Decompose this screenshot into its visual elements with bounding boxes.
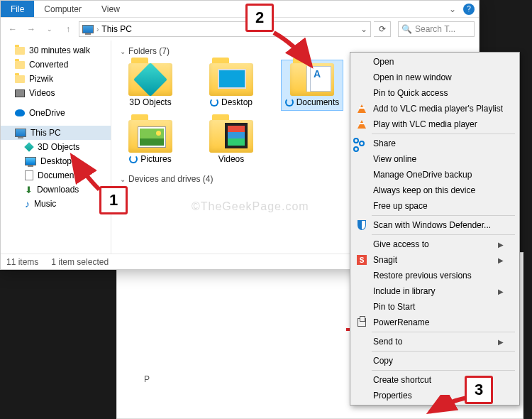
snagit-icon: S bbox=[357, 255, 367, 265]
menu-item-label: Create shortcut bbox=[373, 375, 431, 385]
menu-item-label: Snagit bbox=[373, 255, 397, 265]
callout-1: 1 bbox=[99, 186, 128, 214]
pc-icon bbox=[82, 25, 94, 33]
folder-item[interactable]: Videos bbox=[201, 117, 262, 167]
tree-this-pc[interactable]: This PC bbox=[1, 126, 111, 140]
context-menu-item[interactable]: Open in new window bbox=[352, 70, 518, 85]
context-menu-item[interactable]: Restore previous versions bbox=[352, 268, 518, 283]
help-icon[interactable]: ? bbox=[463, 4, 475, 15]
tree-item[interactable]: Converted bbox=[1, 58, 111, 72]
devices-header-text: Devices and drives (4) bbox=[128, 174, 213, 184]
folder-label: Pictures bbox=[129, 154, 171, 164]
context-menu-item[interactable]: Give access to▶ bbox=[352, 236, 518, 252]
context-menu-item[interactable]: Free up space bbox=[352, 198, 518, 214]
ribbon: File Computer View ⌄ ? bbox=[1, 1, 479, 18]
vlc-icon bbox=[358, 104, 366, 113]
menu-item-label: Add to VLC media player's Playlist bbox=[373, 104, 503, 114]
ribbon-tab-computer[interactable]: Computer bbox=[34, 1, 92, 17]
context-menu-item[interactable]: Scan with Windows Defender... bbox=[352, 217, 518, 233]
tree-item[interactable]: Pizwik bbox=[1, 72, 111, 86]
menu-item-label: Open bbox=[373, 57, 394, 67]
menu-item-label: PowerRename bbox=[373, 317, 429, 327]
tree-onedrive[interactable]: OneDrive bbox=[1, 106, 111, 120]
address-dropdown-icon[interactable]: ⌄ bbox=[360, 24, 367, 34]
nav-tree: 30 minutes walkConvertedPizwikVideosOneD… bbox=[1, 40, 111, 254]
context-menu-item[interactable]: PowerRename bbox=[352, 315, 518, 330]
item-count: 11 items bbox=[6, 257, 38, 267]
callout-2: 2 bbox=[245, 4, 274, 32]
folder-item[interactable]: 3D Objects bbox=[120, 60, 181, 110]
back-button[interactable]: ← bbox=[5, 21, 21, 37]
pc-icon bbox=[15, 129, 26, 137]
callout-3: 3 bbox=[465, 376, 493, 404]
menu-item-label: Pin to Quick access bbox=[373, 88, 448, 98]
menu-separator bbox=[372, 134, 515, 134]
folder-label: Desktop bbox=[210, 97, 253, 107]
context-menu-item[interactable]: Copy bbox=[352, 353, 518, 369]
menu-item-label: Copy bbox=[373, 356, 393, 366]
context-menu-item[interactable]: Open bbox=[352, 54, 518, 70]
vlc-icon bbox=[358, 120, 366, 129]
menu-item-label: Always keep on this device bbox=[373, 185, 475, 195]
chevron-down-icon: ⌄ bbox=[120, 48, 126, 55]
menu-item-label: Include in library bbox=[373, 286, 435, 296]
tree-item[interactable]: 30 minutes walk bbox=[1, 43, 111, 58]
folder-icon bbox=[15, 75, 25, 83]
recent-dropdown-icon[interactable]: ⌄ bbox=[42, 21, 57, 37]
folders-header-text: Folders (7) bbox=[128, 46, 170, 56]
address-bar[interactable]: › This PC ⌄ bbox=[79, 21, 371, 37]
pic-icon bbox=[138, 127, 165, 147]
ribbon-tab-file[interactable]: File bbox=[1, 1, 34, 17]
tree-label: Music bbox=[34, 199, 56, 209]
menu-item-label: Give access to bbox=[373, 239, 429, 249]
folder-item[interactable]: Pictures bbox=[120, 117, 181, 167]
forward-button[interactable]: → bbox=[23, 21, 39, 37]
tree-label: OneDrive bbox=[29, 108, 65, 118]
menu-item-label: Properties bbox=[373, 391, 412, 401]
context-menu-item[interactable]: Pin to Start bbox=[352, 299, 518, 315]
folder-label: Videos bbox=[218, 154, 244, 164]
menu-item-label: Restore previous versions bbox=[373, 271, 472, 281]
sync-icon bbox=[129, 155, 138, 163]
context-menu-item[interactable]: Send to▶ bbox=[352, 334, 518, 349]
folder-icon bbox=[209, 120, 253, 153]
defender-icon bbox=[358, 220, 366, 230]
context-menu-item[interactable]: Manage OneDrive backup bbox=[352, 167, 518, 183]
context-menu-item[interactable]: Include in library▶ bbox=[352, 283, 518, 299]
submenu-arrow-icon: ▶ bbox=[498, 338, 504, 346]
tree-label: 30 minutes walk bbox=[29, 45, 90, 55]
folder-icon bbox=[15, 61, 25, 69]
submenu-arrow-icon: ▶ bbox=[498, 241, 504, 249]
menu-separator bbox=[372, 332, 515, 332]
cloud-icon bbox=[15, 109, 25, 116]
context-menu-item[interactable]: Always keep on this device bbox=[352, 183, 518, 198]
tree-label: Videos bbox=[29, 88, 55, 98]
ribbon-expand-icon[interactable]: ⌄ bbox=[446, 4, 459, 14]
selection-count: 1 item selected bbox=[51, 257, 109, 267]
context-menu-item[interactable]: Pin to Quick access bbox=[352, 85, 518, 101]
arrow-2 bbox=[270, 30, 319, 72]
search-input[interactable]: 🔍 Search T... bbox=[398, 21, 475, 37]
context-menu-item[interactable]: View online bbox=[352, 151, 518, 167]
menu-item-label: Send to bbox=[373, 337, 402, 347]
screen-icon bbox=[218, 69, 246, 89]
context-menu: OpenOpen in new windowPin to Quick acces… bbox=[350, 52, 520, 406]
tree-item[interactable]: Videos bbox=[1, 86, 111, 100]
context-menu-item[interactable]: Add to VLC media player's Playlist bbox=[352, 101, 518, 116]
menu-item-label: Pin to Start bbox=[373, 302, 415, 312]
up-button[interactable]: ↑ bbox=[60, 21, 76, 37]
context-menu-item[interactable]: Share bbox=[352, 136, 518, 151]
refresh-button[interactable]: ⟳ bbox=[374, 21, 391, 37]
folder-item[interactable]: Desktop bbox=[201, 60, 262, 110]
menu-item-label: Free up space bbox=[373, 201, 428, 211]
menu-separator bbox=[372, 351, 515, 352]
cube-icon bbox=[133, 62, 167, 97]
menu-item-label: View online bbox=[373, 154, 416, 164]
context-menu-item[interactable]: SSnagit▶ bbox=[352, 252, 518, 268]
share-icon bbox=[359, 141, 365, 146]
context-menu-item[interactable]: Play with VLC media player bbox=[352, 116, 518, 132]
menu-separator bbox=[372, 234, 515, 235]
menu-item-label: Manage OneDrive backup bbox=[373, 170, 472, 180]
tree-sub-item[interactable]: ♪Music bbox=[1, 197, 111, 211]
ribbon-tab-view[interactable]: View bbox=[92, 1, 130, 17]
